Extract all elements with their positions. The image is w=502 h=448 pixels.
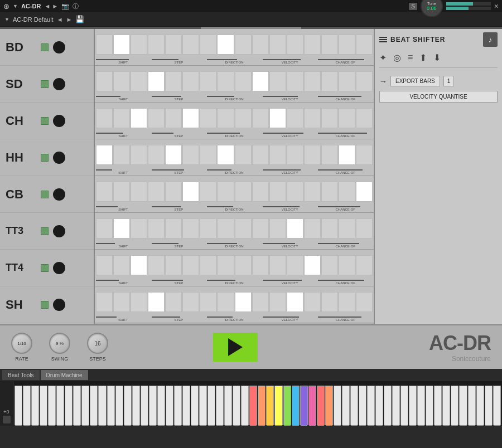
seq-cell[interactable] bbox=[96, 218, 113, 238]
seq-cell[interactable] bbox=[304, 218, 321, 238]
piano-key[interactable] bbox=[434, 386, 442, 426]
seq-cell[interactable] bbox=[252, 35, 269, 55]
piano-key[interactable] bbox=[48, 386, 56, 426]
preset-nav-left[interactable]: ◄ bbox=[57, 16, 63, 23]
seq-cell[interactable] bbox=[96, 108, 113, 128]
seq-cell[interactable] bbox=[252, 108, 269, 128]
piano-key[interactable] bbox=[166, 386, 173, 426]
piano-key[interactable] bbox=[334, 386, 341, 426]
seq-cell[interactable] bbox=[287, 292, 303, 312]
piano-key[interactable] bbox=[124, 386, 132, 426]
mixer-icon[interactable]: ≡ bbox=[408, 52, 413, 63]
seq-cell[interactable] bbox=[148, 71, 165, 91]
seq-cell[interactable] bbox=[235, 35, 252, 55]
seq-cell[interactable] bbox=[217, 145, 234, 165]
seq-cell[interactable] bbox=[269, 71, 286, 91]
instrument-active-tt4[interactable] bbox=[41, 264, 49, 272]
piano-key[interactable] bbox=[65, 386, 73, 426]
piano-key[interactable] bbox=[367, 386, 375, 426]
instrument-mute-cb[interactable] bbox=[53, 188, 65, 201]
instrument-mute-tt3[interactable] bbox=[53, 225, 65, 237]
seq-cell[interactable] bbox=[339, 71, 355, 91]
headphone-icon[interactable]: ◎ bbox=[393, 52, 401, 63]
piano-key[interactable] bbox=[283, 386, 291, 426]
seq-cell[interactable] bbox=[165, 292, 182, 312]
piano-key[interactable] bbox=[308, 386, 316, 426]
seq-cell[interactable] bbox=[96, 35, 113, 55]
piano-key[interactable] bbox=[174, 386, 182, 426]
seq-cell[interactable] bbox=[131, 292, 147, 312]
instrument-mute-tt4[interactable] bbox=[53, 262, 65, 274]
seq-cell[interactable] bbox=[217, 35, 234, 55]
s-button[interactable]: S bbox=[409, 3, 417, 10]
seq-cell[interactable] bbox=[304, 292, 321, 312]
piano-key[interactable] bbox=[459, 386, 467, 426]
seq-cell[interactable] bbox=[113, 218, 130, 238]
seq-cell[interactable] bbox=[182, 145, 199, 165]
piano-key[interactable] bbox=[115, 386, 123, 426]
tab-beat-tools[interactable]: Beat Tools bbox=[2, 370, 40, 380]
seq-cell[interactable] bbox=[200, 71, 216, 91]
instrument-mute-sh[interactable] bbox=[53, 299, 65, 311]
instrument-mute-hh[interactable] bbox=[53, 152, 65, 164]
seq-cell[interactable] bbox=[356, 108, 373, 128]
steps-knob[interactable]: 16 bbox=[87, 333, 108, 354]
seq-cell[interactable] bbox=[148, 108, 165, 128]
seq-cell[interactable] bbox=[182, 218, 199, 238]
piano-key[interactable] bbox=[157, 386, 165, 426]
seq-cell[interactable] bbox=[148, 218, 165, 238]
seq-cell[interactable] bbox=[235, 145, 252, 165]
seq-cell[interactable] bbox=[96, 145, 113, 165]
seq-cell[interactable] bbox=[113, 145, 130, 165]
save-icon[interactable]: 💾 bbox=[75, 15, 84, 23]
instrument-row-bd[interactable]: BD bbox=[0, 29, 94, 66]
seq-cell[interactable] bbox=[165, 71, 182, 91]
seq-cell[interactable] bbox=[235, 218, 252, 238]
seq-cell[interactable] bbox=[131, 255, 147, 275]
title-nav-left[interactable]: ◄ bbox=[44, 3, 50, 9]
piano-key[interactable] bbox=[56, 386, 64, 426]
seq-cell[interactable] bbox=[148, 292, 165, 312]
piano-key[interactable] bbox=[98, 386, 106, 426]
seq-cell[interactable] bbox=[252, 218, 269, 238]
seq-cell[interactable] bbox=[96, 292, 113, 312]
seq-cell[interactable] bbox=[131, 218, 147, 238]
piano-key[interactable] bbox=[442, 386, 450, 426]
seq-cell[interactable] bbox=[356, 71, 373, 91]
seq-cell[interactable] bbox=[165, 108, 182, 128]
seq-cell[interactable] bbox=[321, 292, 338, 312]
note-icon[interactable]: ♪ bbox=[483, 32, 498, 47]
piano-key[interactable] bbox=[224, 386, 232, 426]
seq-cell[interactable] bbox=[182, 71, 199, 91]
seq-cell[interactable] bbox=[321, 218, 338, 238]
info-icon[interactable]: ⓘ bbox=[73, 2, 79, 11]
seq-cell[interactable] bbox=[269, 292, 286, 312]
export-bars-number[interactable]: 1 bbox=[443, 76, 455, 86]
seq-cell[interactable] bbox=[356, 182, 373, 202]
seq-cell[interactable] bbox=[113, 255, 130, 275]
seq-cell[interactable] bbox=[235, 182, 252, 202]
camera-icon[interactable]: 📷 bbox=[61, 3, 69, 10]
instrument-row-sd[interactable]: SD bbox=[0, 66, 94, 103]
piano-key[interactable] bbox=[485, 386, 493, 426]
seq-cell[interactable] bbox=[304, 35, 321, 55]
seq-cell[interactable] bbox=[200, 108, 216, 128]
seq-cell[interactable] bbox=[321, 255, 338, 275]
seq-cell[interactable] bbox=[304, 255, 321, 275]
seq-cell[interactable] bbox=[200, 35, 216, 55]
piano-key[interactable] bbox=[375, 386, 383, 426]
seq-cell[interactable] bbox=[217, 71, 234, 91]
instrument-active-sh[interactable] bbox=[41, 301, 49, 309]
seq-cell[interactable] bbox=[200, 218, 216, 238]
seq-cell[interactable] bbox=[182, 108, 199, 128]
piano-key[interactable] bbox=[141, 386, 148, 426]
seq-cell[interactable] bbox=[339, 255, 355, 275]
seq-cell[interactable] bbox=[339, 218, 355, 238]
seq-cell[interactable] bbox=[217, 292, 234, 312]
seq-cell[interactable] bbox=[200, 145, 216, 165]
seq-cell[interactable] bbox=[131, 35, 147, 55]
piano-key[interactable] bbox=[342, 386, 350, 426]
piano-key[interactable] bbox=[476, 386, 484, 426]
seq-cell[interactable] bbox=[252, 182, 269, 202]
seq-cell[interactable] bbox=[304, 108, 321, 128]
